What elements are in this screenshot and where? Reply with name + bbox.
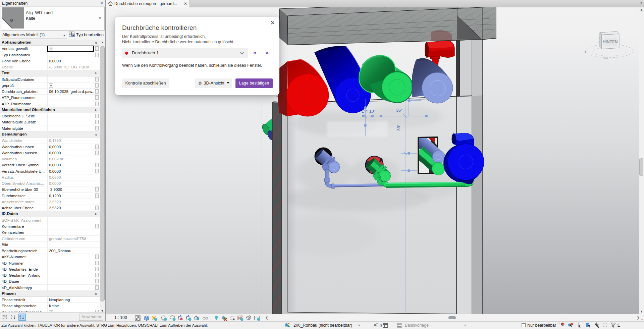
svg-text:A: A bbox=[19, 317, 21, 320]
svg-text:Z: Z bbox=[11, 317, 12, 320]
svg-text:HINTEN: HINTEN bbox=[603, 40, 618, 44]
